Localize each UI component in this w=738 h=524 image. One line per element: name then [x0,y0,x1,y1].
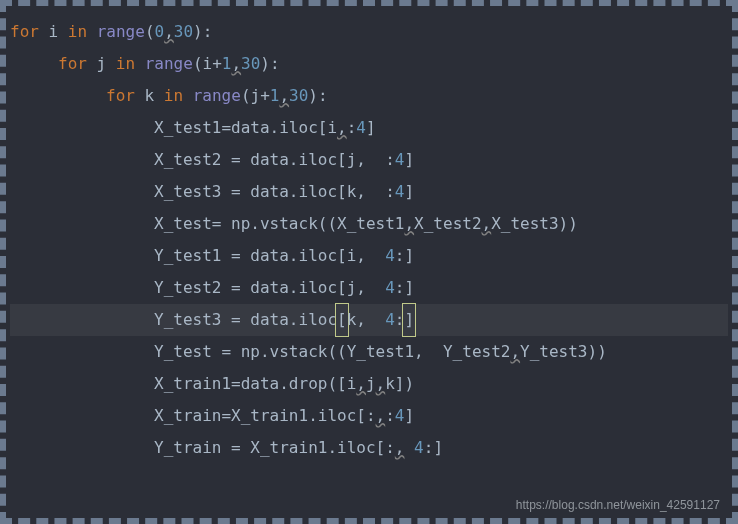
code-token-punct: ): [260,48,279,80]
code-token-num: 4 [395,176,405,208]
code-editor[interactable]: for i in range(0,30):for j in range(i+1,… [0,0,738,474]
code-token-sp [135,80,145,112]
code-token-ident: X_train=X_train1.iloc[: [154,400,376,432]
code-token-num: 4 [356,112,366,144]
code-token-kw: in [68,16,87,48]
code-line[interactable]: Y_test3 = data.iloc[k, 4:] [10,304,728,336]
code-token-ident: X_test2 = data.iloc[j, : [154,144,395,176]
code-token-squig: , [376,400,386,432]
code-token-squig: , [404,208,414,240]
code-token-ident: k, [347,304,386,336]
code-token-kw: for [106,80,135,112]
code-token-num: 0 [155,16,165,48]
code-token-ident: Y_test3 = data.iloc [154,304,337,336]
code-token-ident: j [366,368,376,400]
code-token-ident: X_test1=data.iloc[i [154,112,337,144]
code-token-squig: , [356,368,366,400]
code-token-punct: ): [308,80,327,112]
code-token-squig: , [395,432,405,464]
code-token-fn: range [145,48,193,80]
code-token-punct: (i+ [193,48,222,80]
code-token-num: 4 [385,240,395,272]
code-token-ident: Y_test1 = data.iloc[i, [154,240,385,272]
code-token-num: 30 [174,16,193,48]
code-token-num: 1 [270,80,280,112]
code-token-squig: , [231,48,241,80]
code-token-ident: Y_test = np.vstack((Y_test1, Y_test2 [154,336,510,368]
code-token-punct: : [385,400,395,432]
code-token-punct: ( [145,16,155,48]
code-token-sp [404,432,414,464]
code-token-squig: , [164,16,174,48]
code-line[interactable]: X_train=X_train1.iloc[:,:4] [10,400,728,432]
code-token-fn: range [193,80,241,112]
code-token-punct: :] [395,240,414,272]
code-token-squig: , [482,208,492,240]
code-token-punct: ] [366,112,376,144]
code-line[interactable]: X_test3 = data.iloc[k, :4] [10,176,728,208]
code-token-ident: Y_train = X_train1.iloc[: [154,432,395,464]
code-token-num: 30 [241,48,260,80]
code-token-num: 4 [395,144,405,176]
code-line[interactable]: Y_train = X_train1.iloc[:, 4:] [10,432,728,464]
code-token-punct: ): [193,16,212,48]
code-token-fn: range [97,16,145,48]
code-token-punct: :] [395,272,414,304]
code-token-ident: Y_test3)) [520,336,607,368]
code-token-sp [87,16,97,48]
watermark-text: https://blog.csdn.net/weixin_42591127 [516,498,720,512]
code-token-ident: X_test2 [414,208,481,240]
code-token-num: 4 [395,400,405,432]
code-token-squig: , [376,368,386,400]
code-line[interactable]: for i in range(0,30): [10,16,728,48]
code-line[interactable]: for j in range(i+1,30): [10,48,728,80]
code-token-kw: in [164,80,183,112]
code-token-sp [135,48,145,80]
code-token-punct: (j+ [241,80,270,112]
code-line[interactable]: Y_test2 = data.iloc[j, 4:] [10,272,728,304]
code-token-kw: for [58,48,87,80]
code-token-sp [39,16,49,48]
code-token-num: 4 [385,304,395,336]
code-token-ident: X_test3)) [491,208,578,240]
code-token-punct: ] [404,176,414,208]
code-token-squig: , [510,336,520,368]
code-token-punct: ] [404,400,414,432]
code-line[interactable]: X_test2 = data.iloc[j, :4] [10,144,728,176]
code-token-ident: k [145,80,164,112]
code-token-squig: , [337,112,347,144]
code-line[interactable]: X_train1=data.drop([i,j,k]) [10,368,728,400]
code-token-num: 4 [414,432,424,464]
code-token-punct: ] [404,144,414,176]
code-token-ident: X_test3 = data.iloc[k, : [154,176,395,208]
code-token-punct: : [347,112,357,144]
code-token-kw: for [10,16,39,48]
code-line[interactable]: Y_test = np.vstack((Y_test1, Y_test2,Y_t… [10,336,728,368]
code-token-ident: j [97,48,116,80]
code-line[interactable]: X_test1=data.iloc[i,:4] [10,112,728,144]
code-token-num: 4 [385,272,395,304]
code-line[interactable]: Y_test1 = data.iloc[i, 4:] [10,240,728,272]
code-token-ident: X_test= np.vstack((X_test1 [154,208,404,240]
code-token-ident: Y_test2 = data.iloc[j, [154,272,385,304]
code-token-sp [183,80,193,112]
code-token-num: 1 [222,48,232,80]
code-token-punct: :] [424,432,443,464]
code-token-ident: X_train1=data.drop([i [154,368,356,400]
code-token-ident: i [49,16,68,48]
code-line[interactable]: X_test= np.vstack((X_test1,X_test2,X_tes… [10,208,728,240]
code-token-squig: , [279,80,289,112]
code-token-kw: in [116,48,135,80]
code-token-num: 30 [289,80,308,112]
code-token-sp [87,48,97,80]
code-token-ident: k]) [385,368,414,400]
code-token-caret: ] [403,304,415,336]
code-line[interactable]: for k in range(j+1,30): [10,80,728,112]
